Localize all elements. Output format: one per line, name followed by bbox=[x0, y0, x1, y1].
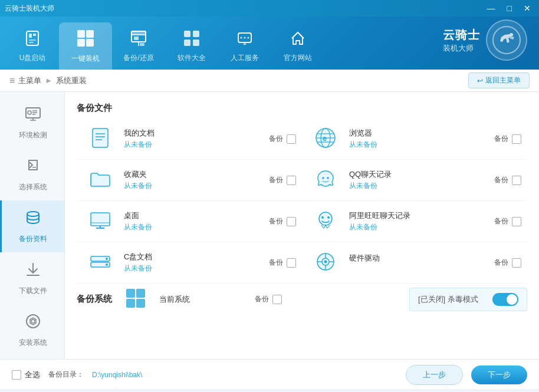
backup-item-cdrive: C盘文档 从未备份 备份 bbox=[77, 242, 302, 284]
bottom-bar: 全选 备份目录： D:\yunqishi\bak\ 上一步 下一步 bbox=[0, 359, 539, 390]
driver-icon bbox=[313, 249, 338, 274]
sidebar-item-env[interactable]: 环境检测 bbox=[0, 97, 64, 149]
driver-info: 硬件驱动 - bbox=[349, 253, 488, 273]
cdrive-icon-wrap bbox=[83, 249, 118, 276]
menu-icon: ≡ bbox=[9, 75, 15, 86]
check-all-label[interactable]: 全选 bbox=[12, 370, 40, 380]
docs-icon bbox=[88, 126, 113, 150]
favorites-status[interactable]: 从未备份 bbox=[124, 181, 263, 191]
breadcrumb-current: 系统重装 bbox=[56, 75, 87, 86]
svg-point-57 bbox=[106, 258, 108, 260]
favorites-checkbox[interactable] bbox=[287, 176, 296, 185]
dir-label: 备份目录： bbox=[48, 370, 84, 380]
logo-badge bbox=[486, 19, 527, 61]
svg-point-22 bbox=[248, 37, 249, 39]
svg-rect-10 bbox=[132, 31, 146, 35]
docs-name: 我的文档 bbox=[124, 128, 263, 139]
nav-item-website[interactable]: 官方网站 bbox=[271, 22, 324, 70]
folder-icon bbox=[88, 167, 113, 192]
backup-item-qq: QQ聊天记录 从未备份 备份 bbox=[302, 160, 527, 201]
svg-rect-12 bbox=[134, 37, 139, 40]
driver-checkbox[interactable] bbox=[512, 258, 521, 268]
svg-rect-69 bbox=[136, 299, 145, 308]
svg-rect-36 bbox=[93, 129, 108, 147]
wangwang-status[interactable]: 从未备份 bbox=[349, 222, 488, 232]
onekey-icon bbox=[75, 28, 96, 51]
svg-rect-1 bbox=[29, 34, 32, 38]
driver-status: - bbox=[349, 265, 488, 273]
cdrive-status[interactable]: 从未备份 bbox=[124, 263, 263, 274]
antivirus-toggle[interactable] bbox=[492, 293, 518, 306]
minimize-button[interactable]: — bbox=[484, 0, 499, 17]
system-checkbox[interactable] bbox=[272, 295, 282, 304]
sidebar-label-download: 下载文件 bbox=[19, 286, 47, 296]
docs-info: 我的文档 从未备份 bbox=[124, 128, 263, 150]
check-all-checkbox[interactable] bbox=[12, 370, 21, 380]
sidebar-label-system: 选择系统 bbox=[19, 182, 47, 192]
browser-info: 浏览器 从未备份 bbox=[349, 128, 488, 150]
dir-path[interactable]: D:\yunqishi\bak\ bbox=[92, 371, 142, 379]
desktop-checkbox[interactable] bbox=[287, 217, 296, 226]
system-icon bbox=[24, 157, 42, 179]
docs-action: 备份 bbox=[269, 134, 296, 144]
nav-item-backup[interactable]: 备份/还原 bbox=[112, 22, 165, 70]
qq-action: 备份 bbox=[494, 175, 521, 185]
svg-rect-15 bbox=[184, 31, 190, 37]
next-button[interactable]: 下一步 bbox=[471, 365, 527, 384]
service-icon bbox=[235, 29, 254, 51]
sidebar: 环境检测 选择系统 备份资料 bbox=[0, 92, 65, 359]
browser-action: 备份 bbox=[494, 134, 521, 144]
nav-item-onekey[interactable]: 一键装机 bbox=[59, 22, 112, 70]
usb-icon bbox=[23, 29, 42, 51]
svg-rect-17 bbox=[184, 39, 190, 46]
svg-rect-8 bbox=[86, 39, 94, 47]
qq-info: QQ聊天记录 从未备份 bbox=[349, 169, 488, 191]
cdrive-action: 备份 bbox=[269, 258, 296, 268]
backup-item-wangwang: 阿里旺旺聊天记录 从未备份 备份 bbox=[302, 201, 527, 242]
nav-label-backup: 备份/还原 bbox=[123, 53, 153, 63]
home-icon bbox=[288, 29, 307, 51]
qq-status[interactable]: 从未备份 bbox=[349, 181, 488, 191]
browser-checkbox[interactable] bbox=[512, 134, 521, 144]
logo-texts: 云骑士 装机大师 bbox=[443, 27, 480, 54]
qq-checkbox[interactable] bbox=[512, 176, 521, 185]
sidebar-item-install[interactable]: 安装系统 bbox=[0, 304, 64, 356]
svg-point-54 bbox=[327, 216, 330, 219]
maximize-button[interactable]: □ bbox=[504, 0, 515, 17]
nav-item-software[interactable]: 软件大全 bbox=[165, 22, 218, 70]
logo-main: 云骑士 bbox=[443, 27, 480, 43]
docs-status[interactable]: 从未备份 bbox=[124, 140, 263, 150]
nav-item-service[interactable]: 人工服务 bbox=[218, 22, 271, 70]
sidebar-item-data[interactable]: 备份资料 bbox=[0, 200, 64, 252]
footer: VER[11.5.47.1530] 💬 微信客服 💬 QQ交流群 ❓ 问题反馈 … bbox=[0, 390, 539, 392]
nav-item-usb[interactable]: U盘启动 bbox=[6, 22, 59, 70]
prev-button[interactable]: 上一步 bbox=[406, 365, 463, 385]
backup-system-label: 备份系统 bbox=[77, 294, 112, 305]
svg-point-58 bbox=[106, 263, 108, 266]
logo-sub: 装机大师 bbox=[443, 43, 480, 54]
install-icon bbox=[24, 312, 42, 334]
svg-point-35 bbox=[31, 319, 35, 323]
desktop-status[interactable]: 从未备份 bbox=[124, 222, 263, 232]
svg-rect-0 bbox=[27, 31, 38, 45]
svg-point-21 bbox=[244, 37, 246, 39]
svg-rect-7 bbox=[77, 39, 85, 47]
docs-checkbox[interactable] bbox=[287, 134, 296, 144]
windows-icon bbox=[123, 286, 148, 311]
close-button[interactable]: ✕ bbox=[520, 0, 534, 17]
svg-point-20 bbox=[241, 37, 242, 39]
svg-point-34 bbox=[27, 315, 40, 328]
browser-icon: e bbox=[313, 126, 338, 150]
cdrive-checkbox[interactable] bbox=[287, 258, 296, 268]
backup-item-browser: e 浏览器 从未备份 备份 bbox=[302, 118, 527, 160]
sidebar-item-download[interactable]: 下载文件 bbox=[0, 252, 64, 304]
breadcrumb-home[interactable]: 主菜单 bbox=[18, 75, 41, 86]
wangwang-icon-wrap bbox=[308, 208, 343, 235]
desktop-icon bbox=[88, 208, 113, 233]
back-button[interactable]: ↩ 返回主菜单 bbox=[468, 73, 530, 88]
browser-status[interactable]: 从未备份 bbox=[349, 140, 488, 150]
cdrive-name: C盘文档 bbox=[124, 252, 263, 262]
sidebar-item-system[interactable]: 选择系统 bbox=[0, 149, 64, 200]
svg-rect-13 bbox=[140, 43, 144, 46]
wangwang-checkbox[interactable] bbox=[512, 217, 521, 226]
